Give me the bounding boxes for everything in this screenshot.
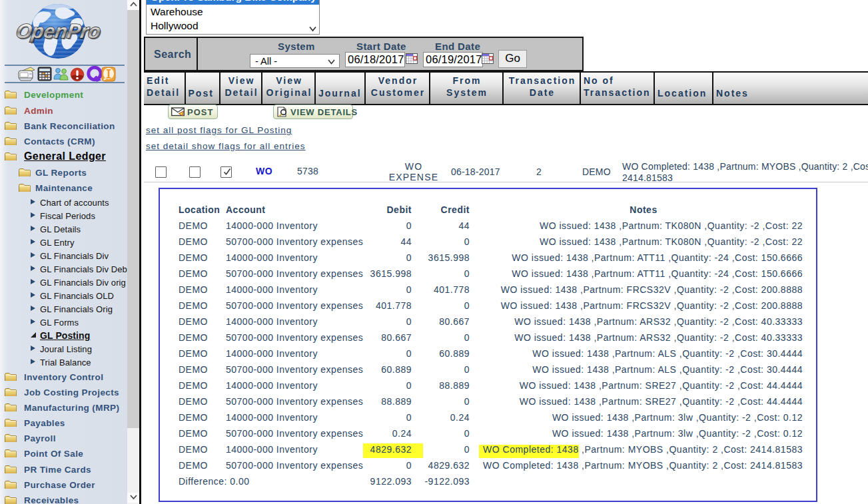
svg-text:OpenPro: OpenPro bbox=[15, 20, 103, 42]
